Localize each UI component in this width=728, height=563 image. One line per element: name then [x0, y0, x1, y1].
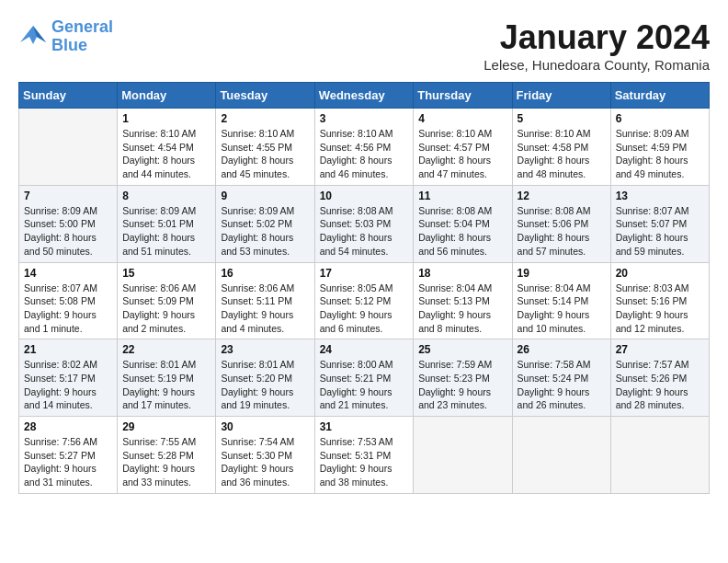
calendar-day-cell: 31Sunrise: 7:53 AM Sunset: 5:31 PM Dayli… [314, 417, 414, 494]
logo: General Blue [18, 18, 113, 55]
title-area: January 2024 Lelese, Hunedoara County, R… [483, 18, 710, 73]
day-number: 3 [320, 112, 409, 125]
day-number: 16 [221, 267, 309, 280]
day-info: Sunrise: 8:01 AM Sunset: 5:19 PM Dayligh… [122, 358, 210, 412]
day-info: Sunrise: 8:10 AM Sunset: 4:56 PM Dayligh… [320, 127, 409, 181]
calendar-day-cell: 10Sunrise: 8:08 AM Sunset: 5:03 PM Dayli… [314, 185, 414, 262]
day-info: Sunrise: 8:10 AM Sunset: 4:57 PM Dayligh… [418, 127, 506, 181]
calendar-week-row: 21Sunrise: 8:02 AM Sunset: 5:17 PM Dayli… [19, 339, 710, 417]
day-info: Sunrise: 8:08 AM Sunset: 5:04 PM Dayligh… [418, 204, 506, 259]
day-number: 2 [221, 112, 309, 125]
day-number: 31 [320, 420, 409, 433]
calendar-day-cell: 18Sunrise: 8:04 AM Sunset: 5:13 PM Dayli… [414, 262, 512, 339]
day-info: Sunrise: 8:07 AM Sunset: 5:08 PM Dayligh… [24, 282, 112, 336]
day-info: Sunrise: 8:07 AM Sunset: 5:07 PM Dayligh… [616, 204, 704, 259]
day-number: 26 [518, 343, 606, 356]
calendar-day-cell: 11Sunrise: 8:08 AM Sunset: 5:04 PM Dayli… [414, 185, 512, 262]
calendar-day-cell [610, 417, 709, 494]
calendar-day-cell: 5Sunrise: 8:10 AM Sunset: 4:58 PM Daylig… [512, 109, 610, 186]
calendar-week-row: 14Sunrise: 8:07 AM Sunset: 5:08 PM Dayli… [19, 262, 710, 339]
day-info: Sunrise: 7:54 AM Sunset: 5:30 PM Dayligh… [221, 435, 309, 489]
day-header-saturday: Saturday [610, 83, 709, 109]
calendar-day-cell: 30Sunrise: 7:54 AM Sunset: 5:30 PM Dayli… [216, 417, 314, 494]
day-info: Sunrise: 7:57 AM Sunset: 5:26 PM Dayligh… [616, 358, 704, 412]
calendar-day-cell: 22Sunrise: 8:01 AM Sunset: 5:19 PM Dayli… [118, 339, 216, 417]
day-number: 4 [418, 112, 506, 125]
calendar-day-cell: 27Sunrise: 7:57 AM Sunset: 5:26 PM Dayli… [610, 339, 709, 417]
location-subtitle: Lelese, Hunedoara County, Romania [483, 57, 710, 73]
svg-marker-0 [20, 26, 46, 44]
day-header-thursday: Thursday [414, 83, 512, 109]
day-number: 11 [418, 190, 506, 202]
day-number: 6 [616, 112, 704, 125]
day-number: 15 [122, 267, 210, 280]
day-number: 12 [518, 190, 606, 202]
day-info: Sunrise: 8:06 AM Sunset: 5:11 PM Dayligh… [221, 282, 309, 336]
day-info: Sunrise: 7:58 AM Sunset: 5:24 PM Dayligh… [518, 358, 606, 412]
calendar-week-row: 28Sunrise: 7:56 AM Sunset: 5:27 PM Dayli… [19, 417, 710, 494]
day-info: Sunrise: 8:06 AM Sunset: 5:09 PM Dayligh… [122, 282, 210, 336]
calendar-day-cell: 9Sunrise: 8:09 AM Sunset: 5:02 PM Daylig… [216, 185, 314, 262]
day-info: Sunrise: 8:08 AM Sunset: 5:03 PM Dayligh… [320, 204, 409, 259]
calendar-day-cell: 25Sunrise: 7:59 AM Sunset: 5:23 PM Dayli… [414, 339, 512, 417]
calendar-day-cell: 21Sunrise: 8:02 AM Sunset: 5:17 PM Dayli… [19, 339, 118, 417]
calendar-day-cell: 19Sunrise: 8:04 AM Sunset: 5:14 PM Dayli… [512, 262, 610, 339]
day-info: Sunrise: 8:09 AM Sunset: 5:02 PM Dayligh… [221, 204, 309, 259]
calendar-day-cell: 24Sunrise: 8:00 AM Sunset: 5:21 PM Dayli… [314, 339, 414, 417]
day-info: Sunrise: 8:04 AM Sunset: 5:14 PM Dayligh… [518, 282, 606, 336]
header: General Blue January 2024 Lelese, Hunedo… [18, 18, 710, 73]
day-number: 1 [122, 112, 210, 125]
day-number: 23 [221, 343, 309, 356]
day-info: Sunrise: 8:02 AM Sunset: 5:17 PM Dayligh… [24, 358, 112, 412]
day-number: 22 [122, 343, 210, 356]
day-number: 10 [320, 190, 409, 202]
day-number: 17 [320, 267, 409, 280]
calendar-day-cell: 23Sunrise: 8:01 AM Sunset: 5:20 PM Dayli… [216, 339, 314, 417]
day-header-monday: Monday [118, 83, 216, 109]
day-info: Sunrise: 8:08 AM Sunset: 5:06 PM Dayligh… [518, 204, 606, 259]
day-header-sunday: Sunday [19, 83, 118, 109]
day-number: 25 [418, 343, 506, 356]
calendar-day-cell: 26Sunrise: 7:58 AM Sunset: 5:24 PM Dayli… [512, 339, 610, 417]
day-info: Sunrise: 8:00 AM Sunset: 5:21 PM Dayligh… [320, 358, 409, 412]
day-info: Sunrise: 7:55 AM Sunset: 5:28 PM Dayligh… [122, 435, 210, 489]
logo-text: General Blue [51, 18, 113, 55]
day-info: Sunrise: 8:09 AM Sunset: 5:00 PM Dayligh… [24, 204, 112, 259]
calendar-day-cell: 2Sunrise: 8:10 AM Sunset: 4:55 PM Daylig… [216, 109, 314, 186]
day-header-friday: Friday [512, 83, 610, 109]
calendar-day-cell: 4Sunrise: 8:10 AM Sunset: 4:57 PM Daylig… [414, 109, 512, 186]
calendar-day-cell: 17Sunrise: 8:05 AM Sunset: 5:12 PM Dayli… [314, 262, 414, 339]
calendar-day-cell: 12Sunrise: 8:08 AM Sunset: 5:06 PM Dayli… [512, 185, 610, 262]
day-info: Sunrise: 7:56 AM Sunset: 5:27 PM Dayligh… [24, 435, 112, 489]
calendar-day-cell: 8Sunrise: 8:09 AM Sunset: 5:01 PM Daylig… [118, 185, 216, 262]
calendar-day-cell: 16Sunrise: 8:06 AM Sunset: 5:11 PM Dayli… [216, 262, 314, 339]
calendar-day-cell: 14Sunrise: 8:07 AM Sunset: 5:08 PM Dayli… [19, 262, 118, 339]
logo-line1: General [51, 18, 113, 37]
calendar-day-cell: 28Sunrise: 7:56 AM Sunset: 5:27 PM Dayli… [19, 417, 118, 494]
day-number: 19 [518, 267, 606, 280]
calendar-day-cell: 20Sunrise: 8:03 AM Sunset: 5:16 PM Dayli… [610, 262, 709, 339]
month-title: January 2024 [483, 18, 710, 57]
day-info: Sunrise: 8:01 AM Sunset: 5:20 PM Dayligh… [221, 358, 309, 412]
calendar-day-cell: 15Sunrise: 8:06 AM Sunset: 5:09 PM Dayli… [118, 262, 216, 339]
day-number: 27 [616, 343, 704, 356]
calendar-day-cell: 13Sunrise: 8:07 AM Sunset: 5:07 PM Dayli… [610, 185, 709, 262]
day-number: 8 [122, 190, 210, 202]
day-info: Sunrise: 8:03 AM Sunset: 5:16 PM Dayligh… [616, 282, 704, 336]
day-number: 14 [24, 267, 112, 280]
day-info: Sunrise: 8:05 AM Sunset: 5:12 PM Dayligh… [320, 282, 409, 336]
day-info: Sunrise: 8:04 AM Sunset: 5:13 PM Dayligh… [418, 282, 506, 336]
day-header-wednesday: Wednesday [314, 83, 414, 109]
day-header-tuesday: Tuesday [216, 83, 314, 109]
calendar-week-row: 7Sunrise: 8:09 AM Sunset: 5:00 PM Daylig… [19, 185, 710, 262]
day-number: 20 [616, 267, 704, 280]
day-number: 24 [320, 343, 409, 356]
day-number: 13 [616, 190, 704, 202]
logo-icon [18, 24, 48, 50]
day-info: Sunrise: 7:53 AM Sunset: 5:31 PM Dayligh… [320, 435, 409, 489]
day-number: 28 [24, 420, 112, 433]
day-info: Sunrise: 8:10 AM Sunset: 4:55 PM Dayligh… [221, 127, 309, 181]
day-number: 29 [122, 420, 210, 433]
calendar-header-row: SundayMondayTuesdayWednesdayThursdayFrid… [19, 83, 710, 109]
calendar-day-cell: 29Sunrise: 7:55 AM Sunset: 5:28 PM Dayli… [118, 417, 216, 494]
